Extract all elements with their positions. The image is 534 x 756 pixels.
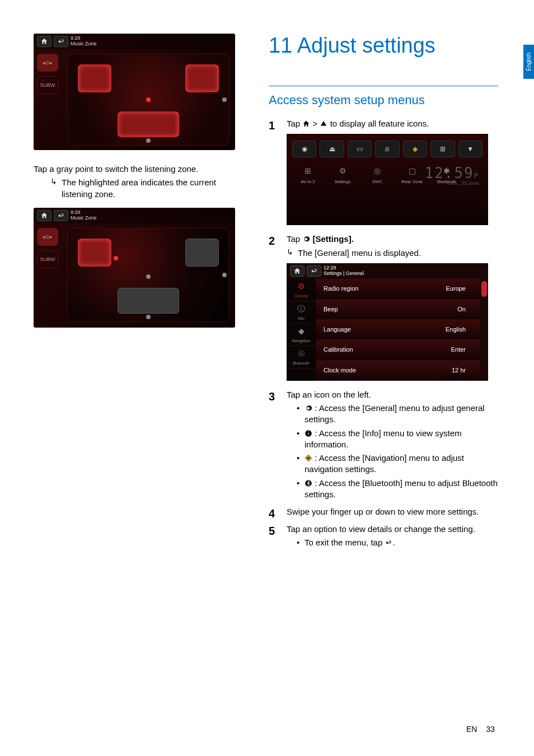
info-icon: ⓘ [297,304,305,315]
chapter-title: 11 Adjust settings [269,34,498,58]
balance-icon: ◂⊙▸ [37,54,58,72]
down-arrow-icon: ▼ [458,141,483,157]
tab-general: ⚙General [287,279,316,301]
home-icon [290,265,305,277]
av-icon: ⊞ [430,141,455,157]
language-tab: English [523,45,534,79]
subwoofer-icon: SUBW [37,250,58,268]
tab-navigation: ◆Navigation [287,324,316,346]
gear-icon [305,404,312,412]
info-icon [305,430,312,437]
bluetooth-icon [305,479,312,487]
settings-row: CalibrationEnter [316,340,488,360]
intro-text: Tap a gray point to switch the listening… [34,164,246,175]
header-title: Music Zone [71,41,97,47]
zone-dot-bottom [146,138,151,143]
scrollbar [480,279,488,381]
settings-row: Clock mode12 hr [316,361,488,381]
music-zone-screenshot-1: 9:28 Music Zone ◂⊙▸ SUBW [34,34,235,150]
bluetooth-icon: ⦾ [298,348,305,360]
av-in-icon: ⊞ [292,164,324,179]
date-display: Tues., 22 June [446,180,479,187]
section-title: Access system setup menus [269,93,498,108]
subwoofer-icon: SUBW [37,76,58,94]
feature-icons-screenshot: ◉ ⏏ ▭ ⎚ ◆ ⊞ ▼ ⊞ AV-In 2 ⚙ [287,134,488,225]
balance-icon: ◂⊙▸ [37,228,58,246]
nav-icon [305,454,312,462]
gear-icon [302,235,310,243]
sd-icon: ▭ [348,141,372,157]
page-footer: EN33 [466,725,495,734]
zone-dot-center [146,97,151,102]
back-icon [54,210,68,221]
disc-icon: ◉ [292,141,316,157]
settings-general-screenshot: 12:28 Settings | General ⚙General ⓘInfo … [287,263,488,381]
rear-zone-icon: ▢ [396,164,428,179]
tab-info: ⓘInfo [287,301,316,324]
swc-icon: ◎ [362,164,393,179]
back-icon [54,36,68,47]
up-arrow-icon [320,120,327,128]
settings-row: Radio regionEurope [316,279,488,299]
home-icon [302,120,310,128]
music-zone-screenshot-2: 9:28 Music Zone ◂⊙▸ SUBW [34,208,235,328]
settings-row: LanguageEnglish [316,320,488,340]
step-5: Tap an option to view details or change … [269,523,498,548]
intro-sub: The highlighted area indicates the curre… [62,177,246,200]
zone-dot-center [114,256,118,260]
result-arrow-icon: ↳ [50,177,57,200]
back-icon [385,539,392,547]
tab-bluetooth: ⦾Bluetooth [287,346,316,368]
svg-point-2 [308,431,309,432]
nav-diamond-icon: ◆ [403,141,427,157]
step-2: Tap [Settings]. ↳ The [General] menu is … [269,233,498,381]
step-3: Tap an icon on the left. : Access the [G… [269,389,498,500]
home-icon [37,210,51,221]
settings-row: BeepOn [316,300,488,320]
svg-rect-1 [308,432,308,435]
eject-icon: ⏏ [320,141,344,157]
step-4: Swipe your finger up or down to view mor… [269,506,498,517]
gear-icon: ⚙ [327,164,358,179]
back-icon [307,265,321,277]
home-icon [37,36,51,47]
gear-icon: ⚙ [298,281,305,292]
divider [269,86,498,86]
usb-icon: ⎚ [375,141,399,157]
nav-icon: ◆ [298,326,305,337]
zone-dot-right [222,97,227,102]
step-1: Tap > to display all feature icons. ◉ ⏏ … [269,118,498,225]
